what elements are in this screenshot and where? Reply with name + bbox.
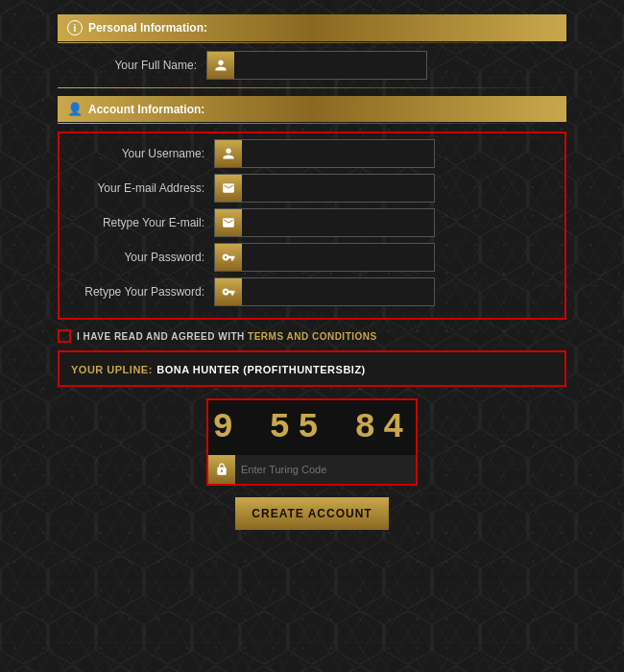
email-label: Your E-mail Address:	[65, 181, 214, 195]
email-row: Your E-mail Address:	[65, 174, 559, 203]
email-input-wrapper	[214, 174, 435, 203]
terms-row: I HAVE READ AND AGREED WITH TERMS AND CO…	[58, 329, 566, 343]
password-row: Your Password:	[65, 243, 559, 272]
upline-box: YOUR UPLINE: BONA HUNTER (PROFITHUNTERSB…	[58, 350, 566, 387]
captcha-icon-box	[208, 455, 235, 484]
account-info-header: 👤 Account Information:	[58, 96, 566, 122]
retype-password-row: Retype Your Password:	[65, 277, 559, 306]
terms-checkbox[interactable]	[58, 329, 71, 343]
retype-password-icon	[222, 285, 235, 299]
create-account-button[interactable]: CREATE ACCOUNT	[235, 497, 389, 530]
password-label: Your Password:	[65, 251, 214, 264]
captcha-input[interactable]	[235, 455, 416, 484]
password-input[interactable]	[242, 244, 434, 271]
username-icon	[222, 147, 235, 160]
retype-password-input[interactable]	[242, 278, 434, 305]
email-input[interactable]	[242, 175, 434, 202]
personal-info-section: i Personal Information: Your Full Name:	[58, 14, 566, 80]
fullname-input[interactable]	[234, 52, 426, 79]
fullname-input-wrapper	[206, 51, 427, 80]
captcha-box: 9 55 84	[206, 398, 418, 486]
username-row: Your Username:	[65, 139, 559, 168]
account-divider	[58, 123, 566, 124]
captcha-input-row	[208, 455, 416, 484]
fullname-row: Your Full Name:	[58, 51, 566, 80]
personal-info-header: i Personal Information:	[58, 14, 566, 41]
person-icon	[214, 59, 228, 72]
retype-email-icon	[222, 216, 235, 229]
password-icon	[222, 251, 235, 264]
email-icon	[222, 181, 235, 195]
retype-email-input-wrapper	[214, 208, 435, 237]
retype-password-label: Retype Your Password:	[65, 285, 214, 299]
terms-link[interactable]: TERMS AND CONDITIONS	[248, 331, 377, 342]
upline-name: BONA HUNTER (PROFITHUNTERSBIZ)	[156, 364, 365, 375]
info-icon: i	[67, 20, 83, 36]
personal-info-title: Personal Information:	[88, 21, 207, 35]
fullname-label: Your Full Name:	[58, 59, 206, 72]
retype-email-row: Retype Your E-mail:	[65, 208, 559, 237]
captcha-lock-icon	[215, 463, 228, 476]
personal-divider	[58, 42, 566, 43]
submit-section: CREATE ACCOUNT	[58, 497, 566, 530]
retype-email-label: Retype Your E-mail:	[65, 216, 214, 229]
section-divider	[58, 87, 566, 88]
username-input[interactable]	[242, 140, 434, 167]
username-label: Your Username:	[65, 147, 214, 160]
account-icon: 👤	[67, 102, 83, 116]
username-input-wrapper	[214, 139, 435, 168]
upline-prefix: YOUR UPLINE:	[71, 364, 153, 375]
username-icon-box	[215, 140, 242, 167]
password-input-wrapper	[214, 243, 435, 272]
account-info-title: Account Information:	[88, 103, 204, 116]
password-icon-box	[215, 244, 242, 271]
captcha-section: 9 55 84	[58, 398, 566, 493]
account-section-box: Your Username: Your E-mail Address:	[58, 132, 566, 320]
captcha-display: 9 55 84	[208, 400, 416, 455]
terms-text: I HAVE READ AND AGREED WITH TERMS AND CO…	[77, 331, 377, 342]
retype-email-input[interactable]	[242, 209, 434, 236]
retype-password-icon-box	[215, 278, 242, 305]
fullname-icon-box	[207, 52, 234, 79]
page-wrapper: i Personal Information: Your Full Name: …	[0, 0, 624, 672]
retype-password-input-wrapper	[214, 277, 435, 306]
retype-email-icon-box	[215, 209, 242, 236]
email-icon-box	[215, 175, 242, 202]
